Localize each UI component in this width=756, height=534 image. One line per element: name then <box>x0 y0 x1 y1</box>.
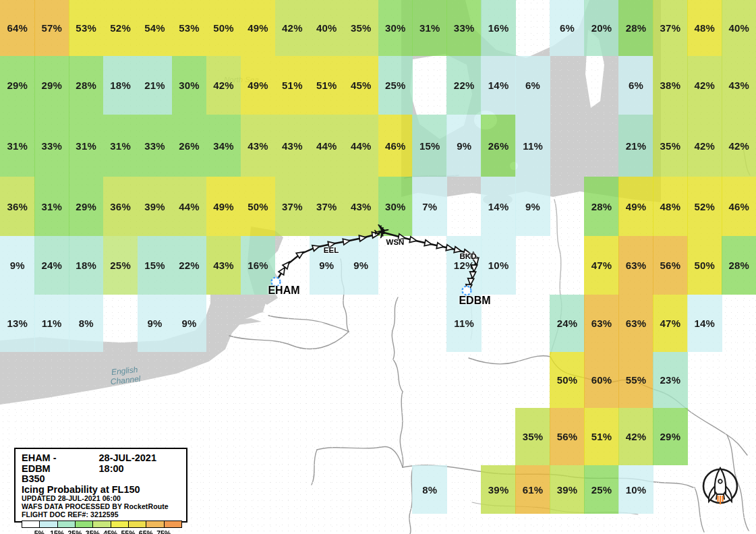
product-title: Icing Probability at FL150 <box>22 485 180 496</box>
route-position-marker <box>343 238 350 245</box>
legend-box: EHAM - EDBM 28-JUL-2021 18:00 B350 Icing… <box>14 448 187 523</box>
route-position-marker <box>424 240 432 247</box>
scale-segment <box>111 521 129 528</box>
route-position-marker <box>359 235 366 241</box>
scale-tick: 75% <box>152 529 175 534</box>
scale-segment <box>39 521 57 528</box>
route-position-marker <box>471 265 477 272</box>
scale-segment <box>146 521 164 528</box>
destination-airport-marker <box>463 287 471 295</box>
destination-airport-label: EDBM <box>459 295 490 307</box>
scale-segment <box>164 521 182 528</box>
waypoint-label: EEL <box>324 246 339 254</box>
aircraft-type: B350 <box>22 474 180 485</box>
waypoint-label: BKD <box>460 252 477 260</box>
scale-segment <box>92 521 111 528</box>
logo-fin-left <box>709 486 715 502</box>
scale-segment <box>75 521 93 528</box>
valid-datetime: 28-JUL-2021 18:00 <box>99 452 180 474</box>
scale-segment <box>57 521 76 528</box>
logo-rocket-window <box>718 479 722 483</box>
icing-probability-map: North Sea English Channel 64%57%53%52%54… <box>0 0 756 534</box>
processed-line: WAFS DATA PROCESSED BY RocketRoute <box>22 503 180 511</box>
logo-fin-right <box>726 486 732 502</box>
flight-doc-ref: FLIGHT DOC REF#: 3212595 <box>22 511 180 519</box>
scale-segment <box>128 521 146 528</box>
route-position-marker <box>312 243 320 251</box>
route-position-marker <box>446 245 454 252</box>
route-position-marker <box>469 272 475 278</box>
route-position-marker <box>409 237 417 244</box>
color-scale: 5%15%25%35%45%55%65%75% <box>22 521 180 534</box>
waypoint-label: WSN <box>386 238 405 246</box>
scale-segment <box>22 521 40 528</box>
rocketroute-logo <box>695 461 749 521</box>
route-title: EHAM - EDBM <box>22 452 85 474</box>
route-position-marker <box>436 243 444 250</box>
origin-airport-label: EHAM <box>268 285 299 297</box>
